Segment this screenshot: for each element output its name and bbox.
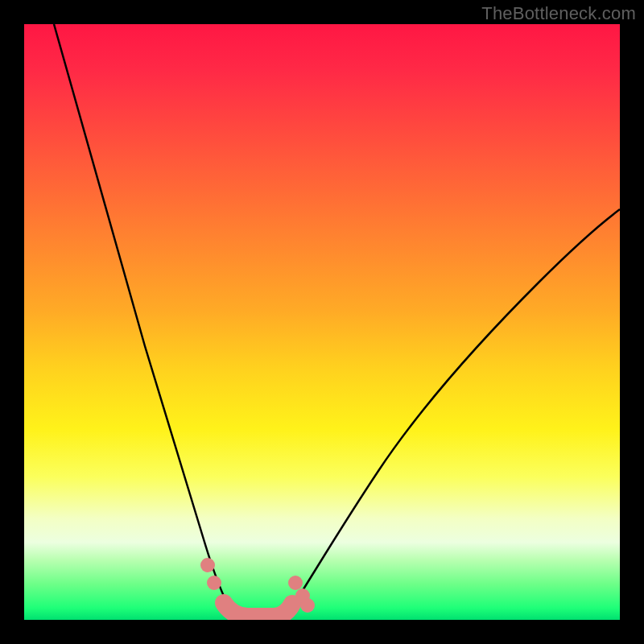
marker-dot: [288, 576, 303, 590]
watermark-text: TheBottleneck.com: [481, 3, 636, 24]
chart-plot: [24, 24, 620, 620]
right-curve: [277, 209, 620, 620]
marker-dot: [300, 598, 315, 613]
marker-bottom-band: [224, 603, 292, 617]
chart-frame: [24, 24, 620, 620]
marker-dot: [207, 576, 221, 590]
marker-dot: [200, 558, 215, 572]
left-curve: [54, 24, 243, 620]
